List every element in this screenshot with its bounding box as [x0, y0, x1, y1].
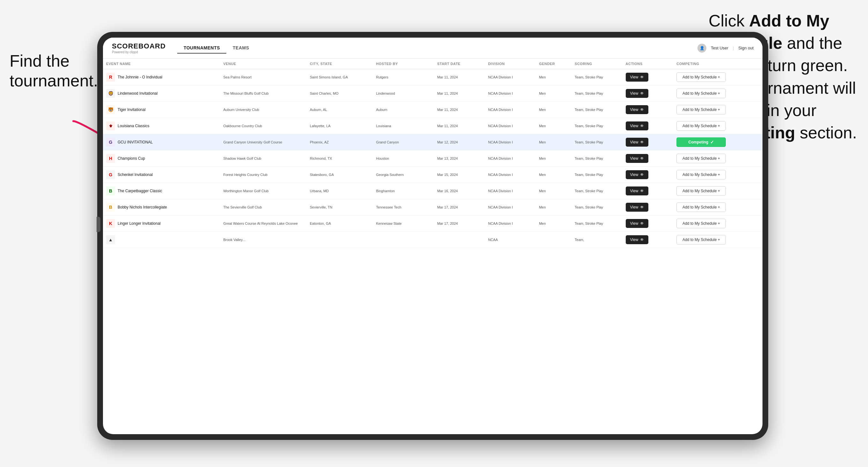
division-cell: NCAA Division I	[485, 151, 536, 167]
add-schedule-button[interactable]: Add to My Schedule +	[676, 89, 726, 98]
event-name-text: GCU INVITATIONAL	[118, 140, 153, 145]
add-schedule-label: Add to My Schedule +	[682, 91, 720, 96]
city-cell: Richmond, TX	[307, 151, 373, 167]
view-button[interactable]: View 👁	[626, 138, 649, 147]
eye-icon: 👁	[640, 75, 644, 80]
view-button[interactable]: View 👁	[626, 121, 649, 130]
venue-cell: Shadow Hawk Golf Club	[220, 151, 307, 167]
add-schedule-button[interactable]: Add to My Schedule +	[676, 219, 726, 228]
date-cell: Mar 13, 2024	[434, 151, 485, 167]
add-schedule-button[interactable]: Add to My Schedule +	[676, 186, 726, 196]
event-name-cell: ▲	[106, 235, 217, 244]
add-schedule-button[interactable]: Add to My Schedule +	[676, 235, 726, 245]
city-cell	[307, 232, 373, 248]
hosted-cell: Auburn	[373, 102, 434, 118]
actions-cell: View 👁	[623, 199, 674, 216]
gender-cell: Men	[536, 216, 571, 232]
competing-cell: Competing ✓	[673, 134, 763, 151]
division-cell: NCAA	[485, 232, 536, 248]
venue-cell: Auburn University Club	[220, 102, 307, 118]
col-header-actions: ACTIONS	[623, 59, 674, 69]
add-schedule-button[interactable]: Add to My Schedule +	[676, 154, 726, 163]
event-name-text: Lindenwood Invitational	[118, 91, 157, 96]
venue-cell: Grand Canyon University Golf Course	[220, 134, 307, 151]
col-header-date: START DATE	[434, 59, 485, 69]
view-button[interactable]: View 👁	[626, 105, 649, 114]
sign-out-link[interactable]: Sign out	[738, 45, 753, 50]
division-cell: NCAA Division I	[485, 69, 536, 86]
table-row: K Linger Longer Invitational Great Water…	[103, 216, 763, 232]
date-cell: Mar 11, 2024	[434, 69, 485, 86]
view-button[interactable]: View 👁	[626, 89, 649, 98]
gender-cell: Men	[536, 151, 571, 167]
city-cell: Lafayette, LA	[307, 118, 373, 134]
competing-button[interactable]: Competing ✓	[676, 137, 726, 147]
col-header-hosted: HOSTED BY	[373, 59, 434, 69]
city-cell: Sevierville, TN	[307, 199, 373, 216]
scoring-cell: Team, Stroke Play	[571, 86, 623, 102]
team-logo: B	[106, 186, 115, 195]
eye-icon: 👁	[640, 205, 644, 210]
competing-cell: Add to My Schedule +	[673, 69, 763, 86]
table-row: B Bobby Nichols Intercollegiate The Sevi…	[103, 199, 763, 216]
actions-cell: View 👁	[623, 151, 674, 167]
table-header-row: EVENT NAME VENUE CITY, STATE HOSTED BY S…	[103, 59, 763, 69]
view-button[interactable]: View 👁	[626, 73, 649, 82]
team-logo: 🐯	[106, 105, 115, 114]
table-row: ⚜ Louisiana Classics Oakbourne Country C…	[103, 118, 763, 134]
view-button[interactable]: View 👁	[626, 154, 649, 163]
view-button[interactable]: View 👁	[626, 170, 649, 179]
date-cell	[434, 232, 485, 248]
table-row: G Schenkel Invitational Forest Heights C…	[103, 167, 763, 183]
add-schedule-label: Add to My Schedule +	[682, 107, 720, 112]
add-schedule-button[interactable]: Add to My Schedule +	[676, 72, 726, 82]
competing-cell: Add to My Schedule +	[673, 118, 763, 134]
scoring-cell: Team,	[571, 232, 623, 248]
division-cell: NCAA Division I	[485, 199, 536, 216]
event-name-cell: R The Johnnie - O Individual	[106, 73, 217, 82]
scoring-cell: Team, Stroke Play	[571, 118, 623, 134]
event-name-text: Louisiana Classics	[118, 124, 149, 128]
sidebar-toggle[interactable]	[97, 217, 100, 232]
venue-cell: The Sevierville Golf Club	[220, 199, 307, 216]
app-header: SCOREBOARD Powered by clippd TOURNAMENTS…	[103, 38, 763, 59]
add-schedule-button[interactable]: Add to My Schedule +	[676, 105, 726, 115]
competing-cell: Add to My Schedule +	[673, 232, 763, 248]
tab-tournaments[interactable]: TOURNAMENTS	[177, 43, 226, 54]
view-button[interactable]: View 👁	[626, 235, 649, 244]
col-header-competing: COMPETING	[673, 59, 763, 69]
city-cell: Phoenix, AZ	[307, 134, 373, 151]
table-row: 🐯 Tiger Invitational Auburn University C…	[103, 102, 763, 118]
actions-cell: View 👁	[623, 69, 674, 86]
event-name-cell: 🦁 Lindenwood Invitational	[106, 89, 217, 98]
tab-teams[interactable]: TEAMS	[226, 43, 256, 54]
col-header-event: EVENT NAME	[103, 59, 220, 69]
view-button[interactable]: View 👁	[626, 219, 649, 228]
venue-cell: Brook Valley...	[220, 232, 307, 248]
add-schedule-label: Add to My Schedule +	[682, 205, 720, 210]
tablet-screen: SCOREBOARD Powered by clippd TOURNAMENTS…	[103, 38, 763, 434]
actions-cell: View 👁	[623, 102, 674, 118]
team-logo: ⚜	[106, 121, 115, 130]
event-name-text: The Carpetbagger Classic	[118, 189, 162, 193]
view-button[interactable]: View 👁	[626, 186, 649, 195]
event-name-cell: B Bobby Nichols Intercollegiate	[106, 203, 217, 212]
competing-cell: Add to My Schedule +	[673, 86, 763, 102]
venue-cell: Forest Heights Country Club	[220, 167, 307, 183]
view-button[interactable]: View 👁	[626, 203, 649, 212]
tablet-frame: SCOREBOARD Powered by clippd TOURNAMENTS…	[97, 32, 768, 440]
add-schedule-button[interactable]: Add to My Schedule +	[676, 121, 726, 131]
event-name-text: Champions Cup	[118, 156, 145, 161]
col-header-venue: VENUE	[220, 59, 307, 69]
competing-cell: Add to My Schedule +	[673, 216, 763, 232]
hosted-cell: Tennessee Tech	[373, 199, 434, 216]
annotation-left: Find the tournament.	[9, 51, 86, 91]
add-schedule-button[interactable]: Add to My Schedule +	[676, 170, 726, 180]
add-schedule-label: Add to My Schedule +	[682, 173, 720, 177]
add-schedule-button[interactable]: Add to My Schedule +	[676, 203, 726, 212]
scoring-cell: Team, Stroke Play	[571, 69, 623, 86]
division-cell: NCAA Division I	[485, 134, 536, 151]
competing-label: Competing	[688, 140, 708, 145]
division-cell: NCAA Division I	[485, 102, 536, 118]
actions-cell: View 👁	[623, 86, 674, 102]
